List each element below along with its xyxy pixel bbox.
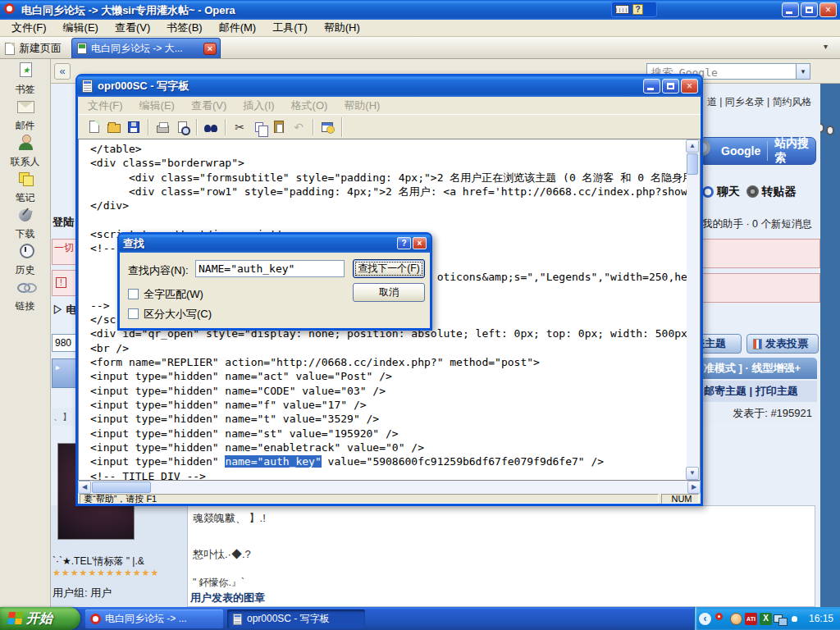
wordpad-menubar: 文件(F) 编辑(E) 查看(V) 插入(I) 格式(O) 帮助(H): [78, 97, 701, 114]
page-number-input[interactable]: 980: [52, 334, 76, 352]
tray-network-icon[interactable]: [774, 613, 786, 625]
menu-edit[interactable]: 编辑(E): [55, 20, 107, 36]
opera-restore-button[interactable]: [801, 2, 818, 17]
menu-bookmarks[interactable]: 书签(B): [158, 20, 210, 36]
menu-tools[interactable]: 工具(T): [264, 20, 316, 36]
undo-button[interactable]: ↶: [289, 117, 308, 137]
taskbar-item-wordpad[interactable]: opr000SC - 写字板: [227, 609, 365, 628]
dialog-close-button[interactable]: ×: [413, 237, 427, 249]
language-bar[interactable]: ?: [611, 2, 657, 17]
system-tray: ‹ ATI X 16:15: [694, 607, 840, 630]
tray-app-icon[interactable]: X: [760, 613, 772, 625]
find-dialog-titlebar[interactable]: 查找 ? ×: [119, 234, 431, 253]
panel-downloads[interactable]: 下载: [0, 203, 50, 240]
wordpad-maximize-button[interactable]: [662, 79, 679, 94]
row-fragment: 、】: [52, 408, 76, 426]
wordpad-titlebar[interactable]: opr000SC - 写字板 ×: [77, 75, 701, 97]
panel-history[interactable]: 历史: [0, 240, 50, 276]
user-group: 用户组: 用户: [52, 586, 112, 600]
menu-mail[interactable]: 邮件(M): [211, 20, 265, 36]
new-page-button[interactable]: 新建页面: [0, 39, 70, 58]
scroll-up-icon[interactable]: ▲: [686, 139, 699, 153]
trash-dropdown-icon[interactable]: ▾: [824, 42, 828, 51]
open-folder-icon: [107, 124, 121, 133]
panel-links[interactable]: 链接: [0, 276, 50, 312]
find-button[interactable]: [201, 117, 221, 137]
signature-line: 憗卟忲.·◆.?: [193, 547, 251, 562]
scroll-down-icon[interactable]: ▼: [686, 467, 699, 480]
desktop: 电白同乡论坛 -> 大懒sir专用灌水帖~ - Opera ? × 文件(F) …: [0, 0, 840, 630]
find-what-input[interactable]: [195, 260, 345, 277]
login-link[interactable]: 登陆: [52, 215, 74, 230]
undo-icon: ↶: [294, 121, 304, 134]
whole-word-checkbox[interactable]: [128, 289, 139, 299]
wp-menu-edit[interactable]: 编辑(E): [131, 98, 183, 114]
breadcrumb[interactable]: ▷ 电: [52, 303, 77, 317]
username[interactable]: `·`★.TEL'情标落 " |.&: [52, 555, 144, 568]
code-line: [90, 213, 687, 227]
tab-close-icon[interactable]: ×: [203, 43, 217, 55]
scroll-thumb[interactable]: [687, 153, 698, 175]
save-button[interactable]: [124, 117, 144, 137]
code-line: <div class="borderwrap">: [90, 156, 687, 170]
new-button[interactable]: [84, 117, 104, 137]
paste-button[interactable]: [269, 117, 289, 137]
wp-menu-format[interactable]: 格式(O): [283, 98, 336, 114]
tray-opera-icon[interactable]: [715, 613, 723, 620]
tray-ati-icon[interactable]: ATI: [745, 613, 757, 625]
clock[interactable]: 16:15: [809, 613, 833, 624]
wp-menu-help[interactable]: 帮助(H): [336, 98, 388, 114]
start-button[interactable]: 开始: [0, 607, 80, 630]
wordpad-vscrollbar[interactable]: ▲ ▼: [687, 139, 700, 480]
cut-button[interactable]: ✂: [230, 117, 249, 137]
ime-help-icon[interactable]: ?: [632, 4, 643, 15]
scroll-right-icon[interactable]: ▶: [687, 481, 701, 494]
tab-forum[interactable]: 电白同乡论坛 -> 大... ×: [71, 38, 221, 58]
wordpad-doc-icon: [82, 80, 93, 93]
menu-view[interactable]: 查看(V): [107, 20, 158, 36]
print-button[interactable]: [153, 117, 172, 137]
task-label: 电白同乡论坛 -> ...: [105, 612, 187, 626]
panel-collapse-button[interactable]: «: [54, 63, 71, 80]
header-links[interactable]: 道 | 同乡名录 | 简约风格: [707, 95, 812, 109]
scroll-left-icon[interactable]: ◀: [78, 481, 91, 494]
tray-collapse-icon[interactable]: ‹: [699, 613, 711, 625]
copy-button[interactable]: [249, 117, 269, 137]
opera-titlebar[interactable]: 电白同乡论坛 -> 大懒sir专用灌水帖~ - Opera ? ×: [0, 0, 840, 20]
site-search-button[interactable]: 站内搜索: [774, 136, 815, 166]
panel-mail[interactable]: 邮件: [0, 95, 50, 131]
mail-print-links[interactable]: 邮寄主题 | 打印主题: [699, 381, 817, 402]
menu-file[interactable]: 文件(F): [3, 20, 55, 36]
cancel-button[interactable]: 取消: [353, 283, 425, 302]
wordpad-hscrollbar[interactable]: ◀ ▶: [78, 481, 701, 494]
assistant-link[interactable]: 我的助手 · 0 个新短消息: [702, 217, 812, 231]
panel-notes[interactable]: 笔记: [0, 167, 50, 203]
opera-minimize-button[interactable]: [782, 2, 799, 17]
match-case-checkbox[interactable]: [128, 308, 139, 319]
tray-messenger-icon[interactable]: [730, 613, 742, 625]
find-next-button[interactable]: 查找下一个(F): [353, 259, 425, 278]
menu-help[interactable]: 帮助(H): [316, 20, 368, 36]
nav-button-strip[interactable]: ▸: [52, 358, 76, 388]
dialog-help-button[interactable]: ?: [397, 237, 411, 249]
notice-box-left: 一切: [52, 239, 76, 265]
wp-menu-view[interactable]: 查看(V): [183, 98, 235, 114]
wordpad-close-button[interactable]: ×: [681, 79, 698, 94]
opera-close-button[interactable]: ×: [819, 2, 837, 17]
chat-link[interactable]: 聊天 转贴器: [702, 185, 797, 199]
wordpad-minimize-button[interactable]: [643, 79, 660, 94]
scroll-thumb[interactable]: [92, 482, 151, 493]
print-preview-button[interactable]: [172, 117, 192, 137]
open-button[interactable]: [104, 117, 124, 137]
notice-box: [701, 239, 820, 268]
search-dropdown-icon[interactable]: ▾: [796, 64, 810, 79]
panel-contacts[interactable]: 联系人: [0, 131, 50, 167]
datetime-button[interactable]: [317, 117, 337, 137]
wp-menu-insert[interactable]: 插入(I): [235, 98, 282, 114]
notes-icon: [16, 171, 34, 187]
post-poll-button[interactable]: 发表投票: [746, 334, 819, 354]
taskbar-item-opera[interactable]: 电白同乡论坛 -> ...: [85, 609, 223, 628]
wp-menu-file[interactable]: 文件(F): [80, 98, 131, 114]
keyboard-icon[interactable]: [615, 5, 629, 14]
panel-bookmarks[interactable]: 书签: [0, 59, 50, 95]
